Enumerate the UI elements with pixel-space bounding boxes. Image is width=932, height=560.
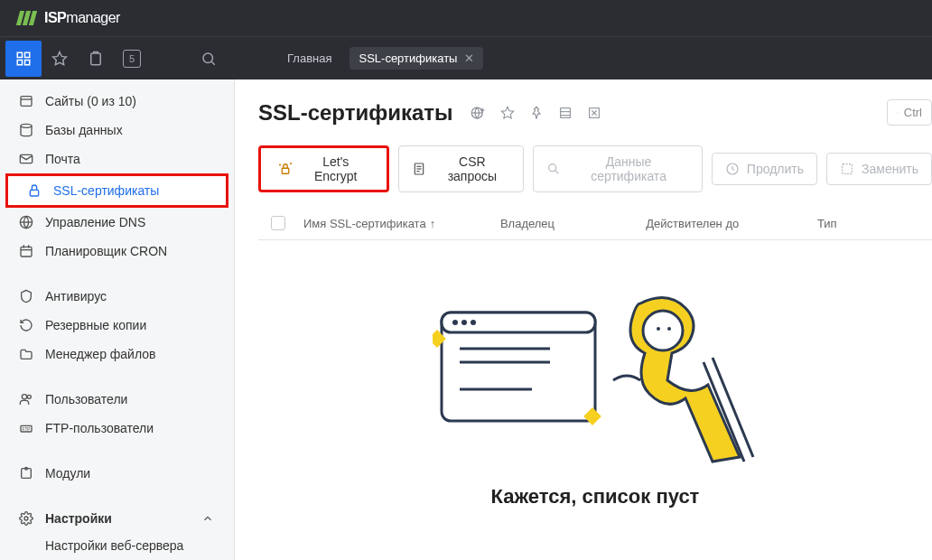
clipboard-icon[interactable] <box>78 41 114 77</box>
svg-line-7 <box>211 61 214 64</box>
sidebar-item-antivirus[interactable]: Антивирус <box>0 282 234 311</box>
svg-rect-5 <box>91 53 101 65</box>
col-type-label[interactable]: Тип <box>817 217 919 230</box>
page-title: SSL-сертификаты <box>258 100 453 126</box>
lets-encrypt-button[interactable]: Let's Encrypt <box>258 145 389 192</box>
svg-marker-30 <box>501 107 513 118</box>
sidebar-item-users[interactable]: Пользователи <box>0 385 234 414</box>
collapse-icon[interactable] <box>587 106 601 120</box>
svg-point-62 <box>643 311 683 350</box>
svg-rect-39 <box>282 168 289 173</box>
sidebar-item-mail[interactable]: Почта <box>0 145 234 173</box>
svg-point-63 <box>657 327 660 331</box>
sidebar-item-files[interactable]: Менеджер файлов <box>0 340 234 369</box>
home-dashboard-icon[interactable] <box>5 41 42 77</box>
sidebar-item-label: Сайты (0 из 10) <box>45 94 136 108</box>
action-label: CSR запросы <box>433 154 510 183</box>
svg-point-10 <box>21 124 32 127</box>
sidebar-item-modules[interactable]: Модули <box>0 459 234 488</box>
breadcrumb-home[interactable]: Главная <box>280 48 339 69</box>
action-label: Заменить <box>862 162 918 176</box>
search-doc-icon <box>546 162 561 176</box>
renew-icon <box>725 162 740 176</box>
shield-icon <box>18 288 34 304</box>
sidebar-item-settings[interactable]: Настройки <box>0 504 234 533</box>
sidebar-item-label: Пользователи <box>45 392 127 406</box>
sidebar-item-label: Модули <box>45 466 90 481</box>
star-icon[interactable] <box>42 41 78 77</box>
browser-icon <box>18 93 34 109</box>
counter-badge[interactable]: 5 <box>114 41 150 77</box>
renew-button: Продлить <box>712 153 817 185</box>
globe-icon <box>18 214 34 230</box>
sidebar-item-ftp-users[interactable]: FTP FTP-пользователи <box>0 414 234 443</box>
sidebar-item-label: Почта <box>45 152 80 166</box>
action-label: Данные сертификата <box>568 154 689 183</box>
users-icon <box>18 391 34 407</box>
sidebar-item-label: Планировщик CRON <box>45 244 167 258</box>
search-placeholder: Ctrl <box>904 106 922 119</box>
svg-point-20 <box>27 395 31 398</box>
svg-rect-8 <box>21 97 32 107</box>
svg-rect-0 <box>17 52 22 57</box>
svg-point-56 <box>471 320 476 325</box>
svg-rect-1 <box>25 52 30 57</box>
puzzle-icon <box>18 465 34 481</box>
sidebar-item-ssl[interactable]: SSL-сертификаты <box>5 173 228 208</box>
svg-text:FTP: FTP <box>23 427 31 432</box>
csr-button[interactable]: CSR запросы <box>398 145 524 192</box>
col-name-label[interactable]: Имя SSL-сертификата <box>303 217 426 230</box>
replace-button: Заменить <box>826 153 932 185</box>
svg-marker-4 <box>53 51 67 64</box>
cert-data-button: Данные сертификата <box>533 145 703 192</box>
empty-title: Кажется, список пуст <box>258 485 932 509</box>
svg-rect-3 <box>25 60 30 64</box>
sidebar-item-backup[interactable]: Резервные копии <box>0 311 234 340</box>
action-label: Let's Encrypt <box>301 154 370 183</box>
refresh-icon <box>18 317 34 333</box>
pin-icon[interactable] <box>529 106 544 120</box>
search-icon <box>897 107 899 119</box>
search-icon[interactable] <box>200 51 217 67</box>
document-icon <box>412 162 426 176</box>
sidebar-item-label: Управление DNS <box>45 215 145 229</box>
col-valid-label[interactable]: Действителен до <box>646 217 799 230</box>
action-row: Let's Encrypt CSR запросы Данные сертифи… <box>258 145 932 192</box>
col-owner-label[interactable]: Владелец <box>500 217 628 230</box>
list-icon[interactable] <box>558 106 573 120</box>
sidebar: Сайты (0 из 10) Базы данных Почта SSL-се… <box>0 79 235 560</box>
svg-rect-31 <box>560 107 570 117</box>
database-icon <box>18 122 34 138</box>
sidebar-subitem-web-settings[interactable]: Настройки веб-сервера <box>0 533 234 558</box>
svg-point-54 <box>452 320 458 325</box>
sidebar-item-label: Резервные копии <box>45 318 146 332</box>
star-outline-icon[interactable] <box>500 106 515 120</box>
svg-point-64 <box>667 327 671 331</box>
breadcrumb-current-tab[interactable]: SSL-сертификаты ✕ <box>350 47 483 70</box>
svg-rect-12 <box>30 190 38 196</box>
sidebar-item-label: Менеджер файлов <box>45 347 156 361</box>
ftp-icon: FTP <box>18 420 34 436</box>
svg-rect-51 <box>843 164 853 174</box>
globe-plus-icon[interactable] <box>470 105 486 121</box>
svg-point-37 <box>897 112 898 113</box>
svg-rect-15 <box>21 247 32 257</box>
breadcrumb-current-label: SSL-сертификаты <box>359 51 457 65</box>
empty-illustration-icon <box>433 294 758 466</box>
sort-asc-icon: ↑ <box>430 217 436 230</box>
close-icon[interactable]: ✕ <box>464 51 474 65</box>
table-header: Имя SSL-сертификата ↑ Владелец Действите… <box>258 207 932 240</box>
logo: ISPmanager <box>18 10 120 26</box>
sidebar-item-cron[interactable]: Планировщик CRON <box>0 237 234 266</box>
svg-point-48 <box>549 164 556 172</box>
logo-text: ISPmanager <box>44 10 120 26</box>
sidebar-item-sites[interactable]: Сайты (0 из 10) <box>0 87 234 116</box>
sidebar-item-databases[interactable]: Базы данных <box>0 116 234 145</box>
select-all-checkbox[interactable] <box>271 216 285 230</box>
sparkle-lock-icon <box>277 161 294 177</box>
page-search[interactable]: Ctrl <box>887 99 932 126</box>
top-header: ISPmanager <box>0 0 932 36</box>
calendar-icon <box>18 243 34 259</box>
sidebar-item-dns[interactable]: Управление DNS <box>0 208 234 237</box>
action-label: Продлить <box>747 162 804 176</box>
